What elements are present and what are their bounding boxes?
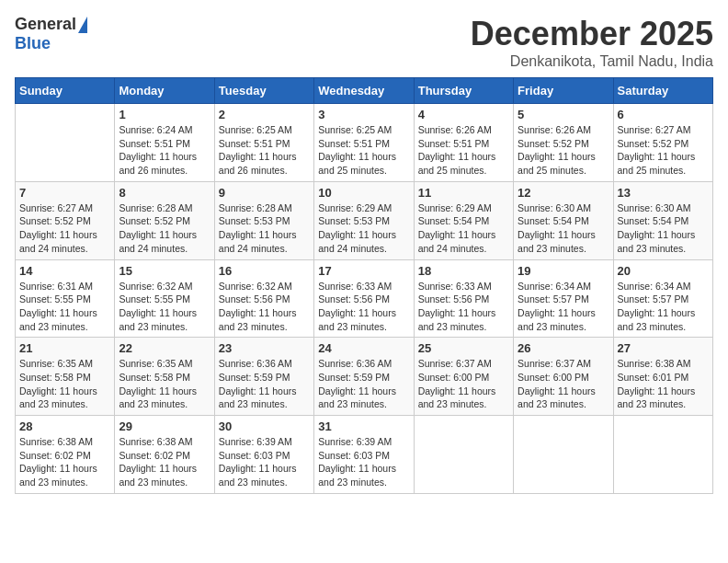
- day-info: Sunrise: 6:31 AMSunset: 5:55 PMDaylight:…: [19, 280, 110, 334]
- calendar-cell: [414, 416, 513, 494]
- calendar-cell: 20Sunrise: 6:34 AMSunset: 5:57 PMDayligh…: [613, 259, 712, 338]
- calendar-cell: 13Sunrise: 6:30 AMSunset: 5:54 PMDayligh…: [613, 181, 712, 259]
- weekday-header-wednesday: Wednesday: [314, 78, 414, 104]
- day-info: Sunrise: 6:32 AMSunset: 5:55 PMDaylight:…: [119, 280, 210, 334]
- day-number: 20: [618, 264, 709, 278]
- day-info: Sunrise: 6:29 AMSunset: 5:53 PMDaylight:…: [318, 201, 409, 256]
- week-row-5: 28Sunrise: 6:38 AMSunset: 6:02 PMDayligh…: [16, 416, 713, 494]
- day-info: Sunrise: 6:27 AMSunset: 5:52 PMDaylight:…: [618, 123, 709, 178]
- calendar-cell: 18Sunrise: 6:33 AMSunset: 5:56 PMDayligh…: [414, 259, 513, 338]
- calendar-cell: 26Sunrise: 6:37 AMSunset: 6:00 PMDayligh…: [514, 338, 613, 416]
- calendar-cell: 10Sunrise: 6:29 AMSunset: 5:53 PMDayligh…: [314, 181, 414, 259]
- title-area: December 2025 Denkanikota, Tamil Nadu, I…: [471, 15, 713, 70]
- day-number: 8: [119, 186, 210, 200]
- weekday-header-tuesday: Tuesday: [214, 78, 313, 104]
- calendar-cell: 14Sunrise: 6:31 AMSunset: 5:55 PMDayligh…: [16, 259, 115, 338]
- calendar-cell: 24Sunrise: 6:36 AMSunset: 5:59 PMDayligh…: [314, 338, 414, 416]
- day-number: 2: [219, 108, 310, 121]
- day-number: 12: [518, 186, 609, 200]
- weekday-header-row: SundayMondayTuesdayWednesdayThursdayFrid…: [16, 78, 713, 104]
- day-info: Sunrise: 6:37 AMSunset: 6:00 PMDaylight:…: [518, 357, 609, 411]
- day-info: Sunrise: 6:38 AMSunset: 6:02 PMDaylight:…: [119, 435, 210, 489]
- day-number: 9: [219, 186, 310, 200]
- calendar-cell: [613, 416, 712, 494]
- calendar-cell: 17Sunrise: 6:33 AMSunset: 5:56 PMDayligh…: [314, 259, 414, 338]
- day-number: 29: [119, 419, 210, 433]
- calendar-cell: 7Sunrise: 6:27 AMSunset: 5:52 PMDaylight…: [16, 181, 115, 259]
- weekday-header-monday: Monday: [115, 78, 214, 104]
- day-number: 11: [418, 186, 509, 200]
- day-number: 23: [219, 341, 310, 355]
- day-info: Sunrise: 6:36 AMSunset: 5:59 PMDaylight:…: [219, 357, 310, 411]
- weekday-header-sunday: Sunday: [16, 78, 115, 104]
- day-info: Sunrise: 6:26 AMSunset: 5:51 PMDaylight:…: [418, 123, 509, 178]
- calendar-cell: [16, 104, 115, 182]
- day-info: Sunrise: 6:35 AMSunset: 5:58 PMDaylight:…: [19, 357, 110, 411]
- day-info: Sunrise: 6:26 AMSunset: 5:52 PMDaylight:…: [518, 123, 609, 178]
- day-info: Sunrise: 6:34 AMSunset: 5:57 PMDaylight:…: [518, 280, 609, 334]
- month-title: December 2025: [471, 15, 713, 53]
- calendar-cell: 6Sunrise: 6:27 AMSunset: 5:52 PMDaylight…: [613, 104, 712, 182]
- calendar-cell: 11Sunrise: 6:29 AMSunset: 5:54 PMDayligh…: [414, 181, 513, 259]
- day-info: Sunrise: 6:38 AMSunset: 6:02 PMDaylight:…: [19, 435, 110, 489]
- day-info: Sunrise: 6:39 AMSunset: 6:03 PMDaylight:…: [318, 435, 409, 489]
- day-number: 13: [618, 186, 709, 200]
- day-number: 5: [518, 108, 609, 121]
- day-info: Sunrise: 6:30 AMSunset: 5:54 PMDaylight:…: [518, 201, 609, 256]
- calendar-cell: 3Sunrise: 6:25 AMSunset: 5:51 PMDaylight…: [314, 104, 414, 182]
- week-row-3: 14Sunrise: 6:31 AMSunset: 5:55 PMDayligh…: [16, 259, 713, 338]
- day-info: Sunrise: 6:33 AMSunset: 5:56 PMDaylight:…: [318, 280, 409, 334]
- week-row-4: 21Sunrise: 6:35 AMSunset: 5:58 PMDayligh…: [16, 338, 713, 416]
- weekday-header-friday: Friday: [514, 78, 613, 104]
- day-info: Sunrise: 6:28 AMSunset: 5:53 PMDaylight:…: [219, 201, 310, 256]
- day-info: Sunrise: 6:39 AMSunset: 6:03 PMDaylight:…: [219, 435, 310, 489]
- day-info: Sunrise: 6:33 AMSunset: 5:56 PMDaylight:…: [418, 280, 509, 334]
- calendar-cell: [514, 416, 613, 494]
- calendar-cell: 16Sunrise: 6:32 AMSunset: 5:56 PMDayligh…: [214, 259, 313, 338]
- day-number: 18: [418, 264, 509, 278]
- day-number: 22: [119, 341, 210, 355]
- page-header: General Blue December 2025 Denkanikota, …: [15, 15, 713, 70]
- location-subtitle: Denkanikota, Tamil Nadu, India: [471, 53, 713, 70]
- day-info: Sunrise: 6:29 AMSunset: 5:54 PMDaylight:…: [418, 201, 509, 256]
- weekday-header-saturday: Saturday: [613, 78, 712, 104]
- calendar-cell: 19Sunrise: 6:34 AMSunset: 5:57 PMDayligh…: [514, 259, 613, 338]
- calendar-cell: 23Sunrise: 6:36 AMSunset: 5:59 PMDayligh…: [214, 338, 313, 416]
- day-number: 14: [19, 264, 110, 278]
- day-info: Sunrise: 6:38 AMSunset: 6:01 PMDaylight:…: [618, 357, 709, 411]
- day-info: Sunrise: 6:36 AMSunset: 5:59 PMDaylight:…: [318, 357, 409, 411]
- calendar-cell: 8Sunrise: 6:28 AMSunset: 5:52 PMDaylight…: [115, 181, 214, 259]
- day-number: 6: [618, 108, 709, 121]
- day-info: Sunrise: 6:30 AMSunset: 5:54 PMDaylight:…: [618, 201, 709, 256]
- day-info: Sunrise: 6:28 AMSunset: 5:52 PMDaylight:…: [119, 201, 210, 256]
- calendar-cell: 27Sunrise: 6:38 AMSunset: 6:01 PMDayligh…: [613, 338, 712, 416]
- calendar-cell: 25Sunrise: 6:37 AMSunset: 6:00 PMDayligh…: [414, 338, 513, 416]
- day-number: 4: [418, 108, 509, 121]
- day-info: Sunrise: 6:24 AMSunset: 5:51 PMDaylight:…: [119, 123, 210, 178]
- calendar-cell: 9Sunrise: 6:28 AMSunset: 5:53 PMDaylight…: [214, 181, 313, 259]
- day-number: 28: [19, 419, 110, 433]
- day-number: 16: [219, 264, 310, 278]
- week-row-1: 1Sunrise: 6:24 AMSunset: 5:51 PMDaylight…: [16, 104, 713, 182]
- day-info: Sunrise: 6:34 AMSunset: 5:57 PMDaylight:…: [618, 280, 709, 334]
- day-number: 25: [418, 341, 509, 355]
- calendar-cell: 1Sunrise: 6:24 AMSunset: 5:51 PMDaylight…: [115, 104, 214, 182]
- day-info: Sunrise: 6:37 AMSunset: 6:00 PMDaylight:…: [418, 357, 509, 411]
- week-row-2: 7Sunrise: 6:27 AMSunset: 5:52 PMDaylight…: [16, 181, 713, 259]
- day-number: 1: [119, 108, 210, 121]
- day-number: 17: [318, 264, 409, 278]
- logo: General Blue: [15, 15, 87, 53]
- calendar-cell: 2Sunrise: 6:25 AMSunset: 5:51 PMDaylight…: [214, 104, 313, 182]
- calendar-cell: 15Sunrise: 6:32 AMSunset: 5:55 PMDayligh…: [115, 259, 214, 338]
- logo-blue-text: Blue: [15, 34, 51, 53]
- day-info: Sunrise: 6:35 AMSunset: 5:58 PMDaylight:…: [119, 357, 210, 411]
- day-info: Sunrise: 6:27 AMSunset: 5:52 PMDaylight:…: [19, 201, 110, 256]
- logo-triangle-icon: [78, 17, 87, 33]
- day-info: Sunrise: 6:25 AMSunset: 5:51 PMDaylight:…: [219, 123, 310, 178]
- calendar-cell: 5Sunrise: 6:26 AMSunset: 5:52 PMDaylight…: [514, 104, 613, 182]
- calendar-cell: 30Sunrise: 6:39 AMSunset: 6:03 PMDayligh…: [214, 416, 313, 494]
- day-number: 27: [618, 341, 709, 355]
- calendar-cell: 31Sunrise: 6:39 AMSunset: 6:03 PMDayligh…: [314, 416, 414, 494]
- calendar-cell: 22Sunrise: 6:35 AMSunset: 5:58 PMDayligh…: [115, 338, 214, 416]
- day-number: 30: [219, 419, 310, 433]
